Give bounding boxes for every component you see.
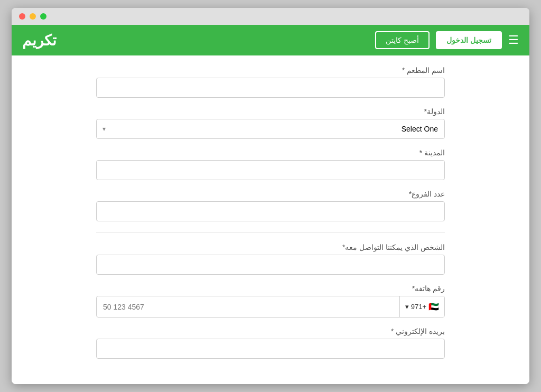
- contact-group: الشخص الذي يمكننا التواصل معه*: [96, 243, 445, 275]
- branches-label: عدد الفروع*: [96, 190, 445, 198]
- app-logo: تكريم: [22, 32, 57, 49]
- divider: [96, 232, 445, 232]
- phone-code: +971: [411, 303, 426, 311]
- country-label: الدولة*: [96, 107, 445, 116]
- contact-label: الشخص الذي يمكننا التواصل معه*: [96, 243, 445, 251]
- restaurant-name-input[interactable]: [96, 78, 445, 98]
- restaurant-name-group: اسم المطعم *: [96, 66, 445, 98]
- titlebar: [12, 8, 529, 25]
- minimize-button[interactable]: [30, 13, 36, 20]
- menu-icon[interactable]: ☰: [508, 33, 519, 47]
- registration-form: اسم المطعم * الدولة* Select One ▾ المدين…: [12, 55, 529, 379]
- register-button[interactable]: أصبح كايتن: [375, 31, 430, 49]
- close-button[interactable]: [19, 13, 25, 20]
- phone-country-selector[interactable]: 🇦🇪 +971 ▾: [399, 296, 444, 317]
- phone-group: رقم هاتفه* 🇦🇪 +971 ▾: [96, 284, 445, 318]
- navbar-right: ☰ تسجيل الدخول أصبح كايتن: [375, 31, 519, 49]
- email-input[interactable]: [96, 339, 445, 359]
- restaurant-name-label: اسم المطعم *: [96, 66, 445, 74]
- country-select-wrapper: Select One ▾: [96, 119, 445, 139]
- email-label: بريده الإلكتروني *: [96, 327, 445, 335]
- navbar: ☰ تسجيل الدخول أصبح كايتن تكريم: [12, 25, 529, 55]
- phone-number-input[interactable]: [97, 297, 399, 316]
- app-window: ☰ تسجيل الدخول أصبح كايتن تكريم اسم المط…: [12, 8, 529, 384]
- city-input[interactable]: [96, 160, 445, 180]
- window-content: ☰ تسجيل الدخول أصبح كايتن تكريم اسم المط…: [12, 25, 529, 384]
- email-group: بريده الإلكتروني *: [96, 327, 445, 359]
- phone-dropdown-icon: ▾: [405, 303, 409, 311]
- branches-input[interactable]: [96, 201, 445, 221]
- country-select[interactable]: Select One: [96, 119, 445, 139]
- login-button[interactable]: تسجيل الدخول: [436, 31, 502, 49]
- phone-label: رقم هاتفه*: [96, 284, 445, 293]
- phone-input-group: 🇦🇪 +971 ▾: [96, 296, 445, 318]
- maximize-button[interactable]: [40, 13, 46, 20]
- flag-icon: 🇦🇪: [428, 302, 439, 312]
- branches-group: عدد الفروع*: [96, 190, 445, 221]
- city-group: المدينة *: [96, 148, 445, 180]
- country-group: الدولة* Select One ▾: [96, 107, 445, 139]
- contact-input[interactable]: [96, 255, 445, 275]
- submit-area: سجل: [12, 379, 529, 384]
- city-label: المدينة *: [96, 148, 445, 157]
